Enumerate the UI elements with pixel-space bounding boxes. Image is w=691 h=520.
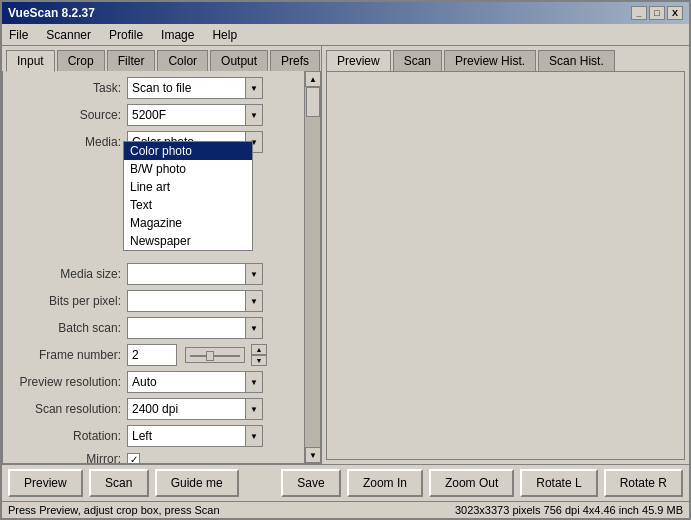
menu-scanner[interactable]: Scanner xyxy=(43,27,94,43)
dropdown-arrow-icon xyxy=(250,432,258,441)
status-right: 3023x3373 pixels 756 dpi 4x4.46 inch 45.… xyxy=(455,504,683,516)
batchscan-control xyxy=(127,317,316,339)
mediasize-control xyxy=(127,263,316,285)
mirror-control: ✓ xyxy=(127,453,316,465)
window-title: VueScan 8.2.37 xyxy=(8,6,95,20)
dropdown-arrow-icon xyxy=(250,297,258,306)
mediasize-select[interactable] xyxy=(127,263,245,285)
tab-filter[interactable]: Filter xyxy=(107,50,156,71)
rotation-dropdown-btn[interactable] xyxy=(245,425,263,447)
tab-scan-hist[interactable]: Scan Hist. xyxy=(538,50,615,71)
task-select[interactable]: Scan to file xyxy=(127,77,245,99)
save-button[interactable]: Save xyxy=(281,469,341,497)
tab-prefs[interactable]: Prefs xyxy=(270,50,320,71)
framenumber-label: Frame number: xyxy=(7,348,127,362)
minimize-button[interactable]: _ xyxy=(631,6,647,20)
titlebar-controls: _ □ X xyxy=(631,6,683,20)
tab-color[interactable]: Color xyxy=(157,50,208,71)
bitsperpixel-control xyxy=(127,290,316,312)
bitsperpixel-label: Bits per pixel: xyxy=(7,294,127,308)
scanres-dropdown-btn[interactable] xyxy=(245,398,263,420)
tab-output[interactable]: Output xyxy=(210,50,268,71)
preview-area xyxy=(326,71,685,460)
dropdown-arrow-icon xyxy=(250,270,258,279)
close-button[interactable]: X xyxy=(667,6,683,20)
source-select[interactable]: 5200F xyxy=(127,104,245,126)
left-panel: Input Crop Filter Color Output Prefs xyxy=(2,46,322,464)
dropdown-arrow-icon xyxy=(250,405,258,414)
previewres-control: Auto xyxy=(127,371,316,393)
bitsperpixel-select[interactable] xyxy=(127,290,245,312)
previewres-select[interactable]: Auto xyxy=(127,371,245,393)
guide-me-button[interactable]: Guide me xyxy=(155,469,239,497)
batchscan-row: Batch scan: xyxy=(7,317,316,339)
dropdown-item-magazine[interactable]: Magazine xyxy=(124,214,252,232)
tab-scan[interactable]: Scan xyxy=(393,50,442,71)
framenumber-input[interactable] xyxy=(127,344,177,366)
source-row: Source: 5200F xyxy=(7,104,316,126)
previewres-dropdown-btn[interactable] xyxy=(245,371,263,393)
bitsperpixel-dropdown-btn[interactable] xyxy=(245,290,263,312)
mediasize-dropdown-btn[interactable] xyxy=(245,263,263,285)
slider-thumb xyxy=(206,351,214,361)
maximize-button[interactable]: □ xyxy=(649,6,665,20)
mirror-label: Mirror: xyxy=(7,452,127,464)
mirror-checkbox[interactable]: ✓ xyxy=(127,453,140,465)
batchscan-dropdown-btn[interactable] xyxy=(245,317,263,339)
status-left: Press Preview, adjust crop box, press Sc… xyxy=(8,504,220,516)
previewres-row: Preview resolution: Auto xyxy=(7,371,316,393)
bitsperpixel-row: Bits per pixel: xyxy=(7,290,316,312)
status-bar: Press Preview, adjust crop box, press Sc… xyxy=(2,501,689,518)
scanres-label: Scan resolution: xyxy=(7,402,127,416)
scanres-select[interactable]: 2400 dpi xyxy=(127,398,245,420)
tab-input[interactable]: Input xyxy=(6,50,55,72)
batchscan-select[interactable] xyxy=(127,317,245,339)
dropdown-arrow-icon xyxy=(250,324,258,333)
main-window: VueScan 8.2.37 _ □ X File Scanner Profil… xyxy=(0,0,691,520)
menu-help[interactable]: Help xyxy=(209,27,240,43)
framenumber-row: Frame number: ▲ ▼ xyxy=(7,344,316,366)
preview-button[interactable]: Preview xyxy=(8,469,83,497)
menu-image[interactable]: Image xyxy=(158,27,197,43)
source-dropdown-btn[interactable] xyxy=(245,104,263,126)
rotation-select[interactable]: Left xyxy=(127,425,245,447)
mediasize-row: Media size: xyxy=(7,263,316,285)
dropdown-arrow-icon xyxy=(250,111,258,120)
scan-button[interactable]: Scan xyxy=(89,469,149,497)
input-tab-content: ▲ ▼ Task: Scan to file xyxy=(2,71,321,464)
rotate-l-button[interactable]: Rotate L xyxy=(520,469,597,497)
rotation-control: Left xyxy=(127,425,316,447)
previewres-label: Preview resolution: xyxy=(7,375,127,389)
dropdown-item-newspaper[interactable]: Newspaper xyxy=(124,232,252,250)
zoom-out-button[interactable]: Zoom Out xyxy=(429,469,514,497)
task-label: Task: xyxy=(7,81,127,95)
task-control: Scan to file xyxy=(127,77,316,99)
tab-crop[interactable]: Crop xyxy=(57,50,105,71)
left-tabs: Input Crop Filter Color Output Prefs xyxy=(2,46,321,71)
bottom-bar: Preview Scan Guide me Save Zoom In Zoom … xyxy=(2,464,689,501)
dropdown-item-color-photo[interactable]: Color photo xyxy=(124,142,252,160)
dropdown-item-line-art[interactable]: Line art xyxy=(124,178,252,196)
zoom-in-button[interactable]: Zoom In xyxy=(347,469,423,497)
tab-preview[interactable]: Preview xyxy=(326,50,391,72)
tab-preview-hist[interactable]: Preview Hist. xyxy=(444,50,536,71)
dropdown-item-text[interactable]: Text xyxy=(124,196,252,214)
dropdown-item-bw-photo[interactable]: B/W photo xyxy=(124,160,252,178)
framenumber-slider[interactable] xyxy=(185,347,245,363)
rotate-r-button[interactable]: Rotate R xyxy=(604,469,683,497)
spin-down-button[interactable]: ▼ xyxy=(251,355,267,366)
main-content: Input Crop Filter Color Output Prefs xyxy=(2,46,689,464)
scanres-control: 2400 dpi xyxy=(127,398,316,420)
right-panel: Preview Scan Preview Hist. Scan Hist. xyxy=(322,46,689,464)
scanres-row: Scan resolution: 2400 dpi xyxy=(7,398,316,420)
task-dropdown-btn[interactable] xyxy=(245,77,263,99)
mediasize-label: Media size: xyxy=(7,267,127,281)
spin-up-button[interactable]: ▲ xyxy=(251,344,267,355)
framenumber-spinners: ▲ ▼ xyxy=(251,344,267,366)
dropdown-arrow-icon xyxy=(250,378,258,387)
menu-file[interactable]: File xyxy=(6,27,31,43)
slider-track xyxy=(190,355,240,357)
menu-profile[interactable]: Profile xyxy=(106,27,146,43)
mirror-row: Mirror: ✓ xyxy=(7,452,316,464)
source-label: Source: xyxy=(7,108,127,122)
